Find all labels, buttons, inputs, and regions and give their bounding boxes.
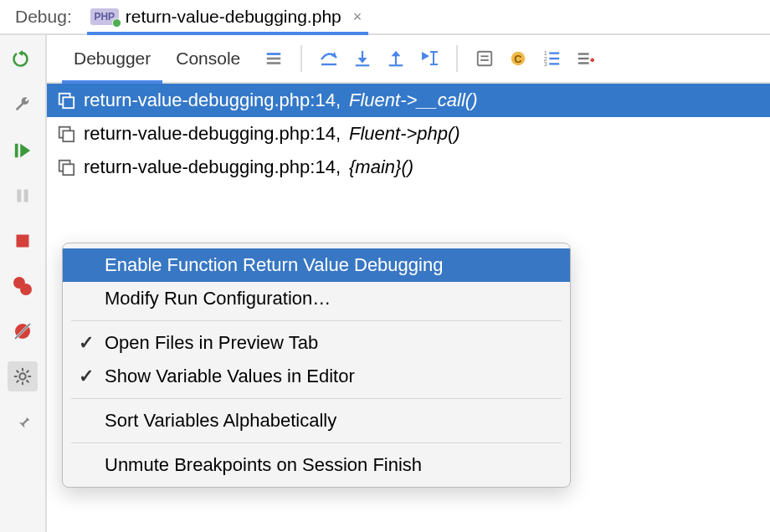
threads-icon [264,49,283,68]
frame-function: Fluent->__call() [349,90,477,111]
pause-icon [14,187,31,204]
svg-rect-3 [17,190,21,202]
settings-gear-icon [13,367,32,386]
menu-show-variable-values[interactable]: ✓ Show Variable Values in Editor [63,360,570,393]
frame-function: {main}() [349,156,413,178]
svg-point-38 [481,59,483,61]
step-out-button[interactable] [381,43,411,74]
step-over-icon [319,49,339,68]
svg-rect-55 [63,97,74,108]
debug-header: Debug: PHP return-value-debugging.php × [0,0,770,35]
frame-file: return-value-debugging.php:14, [84,156,341,178]
breakpoint-icon [13,276,33,296]
pin-icon [14,413,31,430]
svg-marker-29 [392,51,401,56]
rerun-button[interactable] [8,45,38,75]
svg-marker-0 [18,50,23,56]
toolbar-separator [300,45,302,72]
svg-line-17 [27,381,29,383]
php-file-icon: PHP [90,8,119,25]
file-tab[interactable]: PHP return-value-debugging.php × [87,0,367,33]
menu-open-files-preview-tab[interactable]: ✓ Open Files in Preview Tab [63,326,570,360]
resume-button[interactable] [8,136,38,166]
tab-console-label: Console [176,49,240,69]
svg-line-16 [17,371,19,373]
close-icon[interactable]: × [353,8,362,26]
stack-frame[interactable]: return-value-debugging.php:14, Fluent->_… [47,84,770,117]
svg-rect-5 [17,235,29,248]
check-icon: ✓ [74,366,98,387]
debug-gutter [0,35,47,532]
svg-marker-2 [20,144,30,158]
menu-item-label: Enable Function Return Value Debugging [105,254,555,276]
svg-marker-26 [358,58,367,63]
trace-icon: C [509,49,527,68]
wrench-button[interactable] [8,90,38,120]
debug-toolbar: C 1 2 3 [259,43,600,74]
svg-point-11 [19,373,25,379]
run-to-cursor-icon [419,49,439,68]
evaluate-button[interactable] [470,43,500,74]
rerun-icon [13,50,33,70]
menu-modify-run-configuration[interactable]: Modify Run Configuration… [63,282,570,315]
step-over-button[interactable] [314,43,344,74]
stack-frame-icon [57,91,75,110]
svg-text:C: C [515,53,522,65]
stack-frame-icon [57,158,75,176]
mute-breakpoints-icon [13,321,33,341]
menu-item-label: Show Variable Values in Editor [105,366,555,387]
stop-button[interactable] [8,226,38,256]
menu-separator [71,320,562,321]
check-icon: ✓ [74,332,98,354]
menu-item-label: Modify Run Configuration… [105,288,555,309]
svg-rect-35 [478,52,492,66]
threads-button[interactable] [259,43,289,74]
svg-rect-59 [63,164,74,175]
svg-point-40 [487,59,489,61]
step-out-icon [387,49,405,68]
stack-frame[interactable]: return-value-debugging.php:14, {main}() [47,151,770,184]
menu-sort-variables-alphabetically[interactable]: Sort Variables Alphabetically [63,404,570,437]
step-into-button[interactable] [347,43,377,74]
pin-button[interactable] [8,407,38,437]
toolbar-separator [456,45,458,72]
list-icon: 1 2 3 [542,49,561,68]
stop-icon [14,233,31,249]
frame-file: return-value-debugging.php:14, [84,90,341,111]
run-to-cursor-button[interactable] [414,43,444,74]
tab-debugger-label: Debugger [74,49,151,69]
tab-debugger[interactable]: Debugger [62,35,162,82]
mute-breakpoints-button[interactable] [8,316,38,346]
menu-enable-return-value-debugging[interactable]: Enable Function Return Value Debugging [62,248,571,282]
stack-frame-icon [57,125,75,143]
resume-icon [13,141,32,160]
trace-button[interactable]: C [503,43,533,74]
context-menu: Enable Function Return Value Debugging M… [62,243,571,488]
stack-frame[interactable]: return-value-debugging.php:14, Fluent->p… [47,117,770,151]
debugger-settings-button[interactable] [8,361,38,391]
content-panel: Debugger Console [47,35,770,532]
pause-button[interactable] [8,181,38,211]
list-button[interactable]: 1 2 3 [536,43,567,74]
view-breakpoints-button[interactable] [8,271,38,301]
tab-console[interactable]: Console [164,35,252,82]
debugger-tab-row: Debugger Console [47,35,770,84]
evaluate-icon [475,49,494,68]
svg-text:3: 3 [544,60,547,68]
layout-settings-button[interactable] [570,43,600,74]
file-tab-name: return-value-debugging.php [126,7,341,27]
svg-marker-31 [422,52,429,60]
more-icon [576,49,594,68]
step-into-icon [353,49,372,68]
menu-item-label: Sort Variables Alphabetically [105,410,555,432]
svg-rect-57 [63,130,74,141]
frame-file: return-value-debugging.php:14, [84,123,341,145]
wrench-icon [13,96,32,115]
menu-item-label: Open Files in Preview Tab [105,332,555,354]
svg-rect-4 [24,190,28,202]
menu-separator [71,442,562,443]
svg-point-39 [484,59,485,61]
frame-function: Fluent->php() [349,123,460,145]
menu-unmute-breakpoints-finish[interactable]: Unmute Breakpoints on Session Finish [63,448,570,482]
menu-separator [71,398,562,399]
